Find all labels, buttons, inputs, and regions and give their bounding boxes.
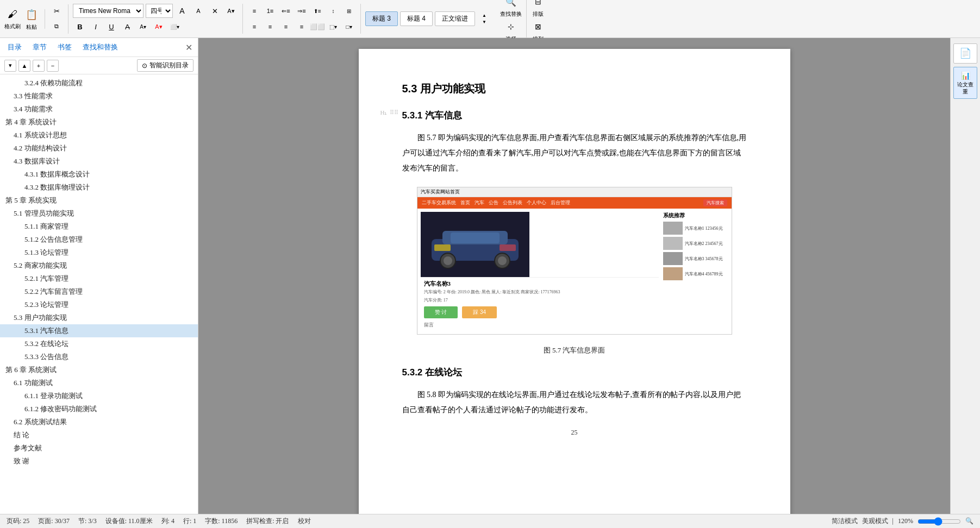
mock-recommend-title: 系统推荐 [663,212,728,219]
increase-font-button[interactable]: A [175,4,189,18]
toc-add-button[interactable]: + [33,60,45,72]
mock-comment-label: 留言 [424,322,656,329]
select-button[interactable]: ⊹ [504,20,518,34]
indent-button[interactable]: ⇒≡ [295,4,309,18]
textcolor-button[interactable]: A▾ [152,20,166,34]
decrease-indent-button[interactable]: ⬆≡ [310,4,324,18]
toc-list-item[interactable]: 3.3 性能需求 [0,90,198,103]
toc-list-item[interactable]: 5.2.3 论坛管理 [0,298,198,311]
justify-button[interactable]: ≡ [295,20,309,34]
sidebar: 目录 章节 书签 查找和替换 ✕ ▾ ▲ + − ⊙ 智能识别目录 3.2.4 … [0,38,198,514]
font-color-button[interactable]: A▾ [224,4,238,18]
toc-list-item[interactable]: 5.3.3 公告信息 [0,350,198,363]
mock-car-detail: 汽车编号: 2 年份: 2019.0 颜色: 黑色 展人: 靠近别克 商家状况:… [424,289,656,295]
copy-button[interactable]: ⧉ [49,20,64,34]
heading3-button[interactable]: 标题 3 [365,11,398,26]
zoom-slider[interactable] [917,517,961,526]
ordered-list-button[interactable]: 1≡ [263,4,277,18]
align-right-button[interactable]: ≡ [279,20,293,34]
toc-list-item[interactable]: 6.1.2 修改密码功能测试 [0,403,198,416]
toc-list-item[interactable]: 5.2.2 汽车留言管理 [0,285,198,298]
find-replace-button[interactable]: 🔍 [504,0,518,9]
doc-icon: 📄 [956,47,975,60]
layout-button[interactable]: ⊟ [531,0,545,9]
toc-list-item[interactable]: 6.1 功能测试 [0,376,198,389]
tab-chapter[interactable]: 章节 [30,41,49,53]
table-button[interactable]: ⊞ [342,4,356,18]
toc-list-item[interactable]: 5.1.2 公告信息管理 [0,233,198,246]
border-button[interactable]: ⬜▾ [167,20,182,34]
align-center-button[interactable]: ≡ [263,20,277,34]
format-painter-button[interactable]: 🖌 [5,7,20,22]
toc-list-item[interactable]: 6.2 系统测试结果 [0,416,198,429]
toc-dropdown-button[interactable]: ▾ [4,60,16,72]
toc-minus-button[interactable]: − [47,60,59,72]
toc-list-item[interactable]: 4.2 功能结构设计 [0,142,198,155]
sidebar-controls: ▾ ▲ + − ⊙ 智能识别目录 [0,57,198,74]
section-53-title: 5.3 用户功能实现 [402,81,747,96]
toc-list-item[interactable]: 5.2 商家功能实现 [0,259,198,272]
right-panel: 📄 📊 论文查重 [950,38,980,514]
toc-list-item[interactable]: 6.1.1 登录功能测试 [0,389,198,403]
outdent-button[interactable]: ⇐≡ [279,4,293,18]
toc-list-item[interactable]: 第 5 章 系统实现 [0,194,198,207]
smart-toc-button[interactable]: ⊙ 智能识别目录 [137,59,193,72]
line-spacing-button[interactable]: ↕ [326,4,340,18]
style-up-button[interactable]: ▲ [477,12,491,19]
sidebar-close-button[interactable]: ✕ [185,42,192,53]
toc-list-item[interactable]: 致 谢 [0,455,198,468]
toc-list-item[interactable]: 4.3 数据库设计 [0,155,198,168]
border2-button[interactable]: ⬚▾ [326,20,340,34]
mock-like-button[interactable]: 赞 讨 [424,306,458,318]
toc-list-item[interactable]: 3.4 功能需求 [0,103,198,116]
status-mode[interactable]: 简洁模式 [832,517,858,526]
cut-button[interactable]: ✂ [49,4,64,18]
shading-button[interactable]: □▾ [342,20,356,34]
document-area[interactable]: 5.3 用户功能实现 H₁ ⠿⠿ 5.3.1 汽车信息 图 5.7 即为编码实现… [198,38,950,514]
toc-list-item[interactable]: 4.3.2 数据库物理设计 [0,181,198,194]
arrange-button[interactable]: ⊠ [531,20,545,34]
status-zoom: 120% [898,517,913,525]
toc-list-item[interactable]: 5.1.3 论坛管理 [0,246,198,259]
tab-bookmark[interactable]: 书签 [55,41,74,53]
toc-list-item[interactable]: 5.3.1 汽车信息 [0,324,198,337]
toc-list-item[interactable]: 5.3 用户功能实现 [0,311,198,324]
doc-icon-button[interactable]: 📄 [953,43,977,64]
font-size-select[interactable]: 四号 [146,4,173,18]
toc-list-item[interactable]: 第 4 章 系统设计 [0,116,198,129]
toc-list-item[interactable]: 4.1 系统设计思想 [0,129,198,142]
toc-list-item[interactable]: 5.3.2 在线论坛 [0,337,198,350]
tab-toc[interactable]: 目录 [5,41,24,53]
unordered-list-button[interactable]: ≡ [247,4,261,18]
toc-list-item[interactable]: 第 6 章 系统测试 [0,363,198,376]
highlight-button[interactable]: A▾ [136,20,150,34]
toc-list-item[interactable]: 5.1.1 商家管理 [0,220,198,233]
decrease-font-button[interactable]: A [191,4,205,18]
heading4-button[interactable]: 标题 4 [400,11,433,26]
paste-button[interactable]: 📋 [23,7,40,22]
toc-up-button[interactable]: ▲ [18,60,30,72]
font-name-select[interactable]: Times New Roma [73,4,143,18]
toc-list-item[interactable]: 3.2.4 依赖功能流程 [0,77,198,90]
toc-list-item[interactable]: 参考文献 [0,442,198,455]
toc-list-item[interactable]: 4.3.1 数据库概念设计 [0,168,198,181]
toc-list-item[interactable]: 结 论 [0,429,198,442]
strikethrough-button[interactable]: A̶ [120,20,134,34]
mock-nav-logo: 二手车交易系统 [422,199,456,206]
mock-nav-cars: 汽车 [475,199,484,206]
tab-findreplace[interactable]: 查找和替换 [80,41,120,53]
clear-format-button[interactable]: ✕ [208,4,222,18]
status-device: 设备值: 11.0厘米 [105,517,153,526]
bold-button[interactable]: B [73,20,87,34]
essay-check-button[interactable]: 📊 论文查重 [953,67,977,98]
toc-list-item[interactable]: 5.1 管理员功能实现 [0,207,198,220]
italic-button[interactable]: I [89,20,103,34]
status-theme[interactable]: 美观模式 [862,517,888,526]
mock-dislike-button[interactable]: 踩 34 [462,306,497,318]
style-down-button[interactable]: ▼ [477,19,491,26]
body-indent-button[interactable]: 正文缩进 [435,11,475,26]
align-left-button[interactable]: ≡ [247,20,261,34]
toc-list-item[interactable]: 5.2.1 汽车管理 [0,272,198,285]
columns-button[interactable]: ⬜⬜ [310,20,324,34]
underline-button[interactable]: U [104,20,118,34]
